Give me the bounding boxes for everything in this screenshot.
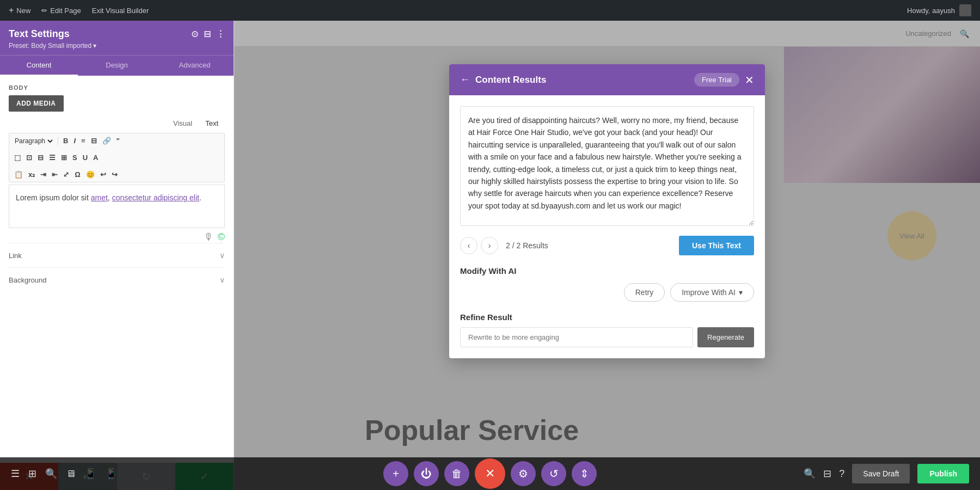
outdent-btn[interactable]: ⇤ <box>50 169 59 180</box>
panel-tabs: Content Design Advanced <box>0 55 234 76</box>
subscript-button[interactable]: x₂ <box>27 169 36 180</box>
microphone-icon[interactable]: 🎙 <box>204 231 213 243</box>
editor-text: Lorem ipsum dolor sit <box>16 193 91 202</box>
nav-prev-button[interactable]: ‹ <box>460 237 477 254</box>
modal-overlay: ← Content Results Free Trial ✕ Are you t… <box>234 21 980 490</box>
link-section[interactable]: Link ∨ <box>9 243 225 267</box>
improve-with-ai-button[interactable]: Improve With AI ▾ <box>670 283 754 302</box>
target-icon[interactable]: ⊙ <box>191 29 198 39</box>
move-icon: ⇕ <box>580 467 589 480</box>
tablet-icon[interactable]: 📱 <box>84 468 96 480</box>
body-section-label: Body <box>9 84 225 91</box>
grid-icon[interactable]: ⊞ <box>28 468 36 480</box>
nav-next-button[interactable]: › <box>481 237 498 254</box>
trash-icon: 🗑 <box>451 468 462 480</box>
bottom-toolbar: ☰ ⊞ 🔍 🖥 📱 📱 + ⏻ 🗑 ✕ ⚙ ↺ ⇕ 🔍 ⊟ ? Sa <box>0 457 980 490</box>
close-fab-button[interactable]: ✕ <box>475 458 505 489</box>
modal-header-left: ← Content Results <box>460 74 546 85</box>
improve-chevron-icon: ▾ <box>739 288 743 297</box>
layers-icon[interactable]: ⊟ <box>823 468 831 480</box>
align-left-button[interactable]: ⬚ <box>13 152 22 163</box>
link-consectetur[interactable]: consectetur adipiscing elit <box>112 193 199 202</box>
panel-body: Body ADD MEDIA Visual Text Paragraph B I… <box>0 76 234 463</box>
special-char-btn[interactable]: Ω <box>73 169 82 180</box>
bottom-center-tools: + ⏻ 🗑 ✕ ⚙ ↺ ⇕ <box>383 458 597 489</box>
tab-design[interactable]: Design <box>78 56 156 76</box>
paragraph-select[interactable]: Paragraph <box>13 137 54 145</box>
visual-tab[interactable]: Visual <box>167 117 199 130</box>
tab-content[interactable]: Content <box>0 56 78 76</box>
canvas-area: Uncategorized 🔍 …d …n non …lsuere. View … <box>234 21 980 490</box>
bold-button[interactable]: B <box>62 136 70 146</box>
desktop-icon[interactable]: 🖥 <box>66 468 76 480</box>
quote-button[interactable]: " <box>115 136 121 146</box>
publish-button[interactable]: Publish <box>917 464 969 483</box>
refine-input-row: Regenerate <box>460 327 754 347</box>
power-fab-button[interactable]: ⏻ <box>414 461 439 486</box>
editor-content-area[interactable]: Lorem ipsum dolor sit amet, consectetur … <box>9 185 225 228</box>
editor-footer: 🎙 © <box>9 231 225 243</box>
align-center-button[interactable]: ⊡ <box>24 152 34 163</box>
modal-back-icon[interactable]: ← <box>460 74 470 85</box>
ol-button[interactable]: ⊟ <box>89 136 99 146</box>
align-justify-button[interactable]: ☰ <box>47 152 57 163</box>
expand-btn[interactable]: ⤢ <box>62 169 71 180</box>
edit-page-button[interactable]: ✏ Edit Page <box>41 7 81 15</box>
delete-fab-button[interactable]: 🗑 <box>444 461 469 486</box>
text-tab[interactable]: Text <box>199 117 225 130</box>
exit-builder-button[interactable]: Exit Visual Builder <box>92 7 149 15</box>
retry-button[interactable]: Retry <box>624 283 665 302</box>
save-draft-button[interactable]: Save Draft <box>852 464 910 483</box>
content-textarea[interactable]: Are you tired of disappointing haircuts?… <box>460 106 754 226</box>
free-trial-badge[interactable]: Free Trial <box>694 73 739 87</box>
refine-input[interactable] <box>460 327 693 347</box>
regenerate-button[interactable]: Regenerate <box>697 327 754 347</box>
tab-advanced[interactable]: Advanced <box>156 56 234 76</box>
columns-icon[interactable]: ⊟ <box>204 29 211 39</box>
background-section-label: Background <box>9 276 46 284</box>
close-icon: ✕ <box>485 467 495 481</box>
modal-close-button[interactable]: ✕ <box>745 74 754 87</box>
panel-preset[interactable]: Preset: Body Small imported ▾ <box>9 42 225 50</box>
emoji-btn[interactable]: 😊 <box>84 169 96 180</box>
background-section[interactable]: Background ∨ <box>9 267 225 292</box>
link-amet[interactable]: amet <box>91 193 108 202</box>
more-options-icon[interactable]: ⋮ <box>216 29 225 39</box>
menu-icon[interactable]: ☰ <box>11 468 20 480</box>
add-icon: + <box>393 468 399 480</box>
history-fab-button[interactable]: ↺ <box>541 461 566 486</box>
color-button[interactable]: A <box>91 152 100 163</box>
undo-btn[interactable]: ↩ <box>99 169 108 180</box>
move-fab-button[interactable]: ⇕ <box>572 461 597 486</box>
top-bar-right: Howdy, aayush <box>907 4 971 16</box>
mobile-icon[interactable]: 📱 <box>105 468 117 480</box>
search-tool-icon[interactable]: 🔍 <box>45 468 57 480</box>
help-icon[interactable]: ? <box>839 468 844 480</box>
editor-text-2: , <box>108 193 112 202</box>
link-button[interactable]: 🔗 <box>101 136 113 146</box>
panel-title-text: Text Settings <box>9 28 70 40</box>
strike-button[interactable]: S <box>71 152 79 163</box>
redo-btn[interactable]: ↪ <box>110 169 119 180</box>
add-fab-button[interactable]: + <box>383 461 408 486</box>
new-button[interactable]: + New <box>9 5 30 15</box>
paste-button[interactable]: 📋 <box>13 169 24 180</box>
table-button[interactable]: ⊞ <box>59 152 69 163</box>
use-text-button[interactable]: Use This Text <box>679 236 754 255</box>
content-results-modal: ← Content Results Free Trial ✕ Are you t… <box>449 64 765 358</box>
editor-text-3: . <box>199 193 201 202</box>
settings-fab-button[interactable]: ⚙ <box>511 461 536 486</box>
zoom-icon[interactable]: 🔍 <box>804 468 816 480</box>
indent-btn[interactable]: ⇥ <box>39 169 48 180</box>
underline-button[interactable]: U <box>81 152 89 163</box>
modify-section-title: Modify With AI <box>460 266 754 275</box>
main-area: Text Settings ⊙ ⊟ ⋮ Preset: Body Small i… <box>0 21 980 490</box>
ul-button[interactable]: ≡ <box>79 136 87 146</box>
left-panel: Text Settings ⊙ ⊟ ⋮ Preset: Body Small i… <box>0 21 234 490</box>
italic-button[interactable]: I <box>72 136 77 146</box>
align-right-button[interactable]: ⊟ <box>36 152 45 163</box>
ai-icon[interactable]: © <box>218 231 225 243</box>
panel-title-row: Text Settings ⊙ ⊟ ⋮ <box>9 28 225 40</box>
add-media-button[interactable]: ADD MEDIA <box>9 95 64 112</box>
user-avatar <box>959 4 971 16</box>
